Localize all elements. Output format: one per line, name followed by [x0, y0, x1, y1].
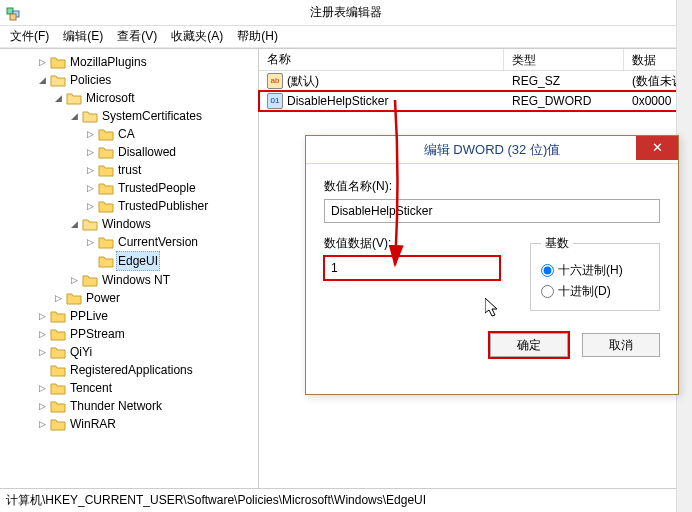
folder-icon: [98, 199, 114, 213]
tree-item-trustedpeople[interactable]: ▷TrustedPeople: [84, 179, 258, 197]
expander-icon[interactable]: ◢: [52, 89, 64, 107]
expander-icon[interactable]: ◢: [68, 107, 80, 125]
string-value-icon: ab: [267, 73, 283, 89]
menu-view[interactable]: 查看(V): [117, 28, 157, 45]
col-header-name[interactable]: 名称: [259, 49, 504, 70]
folder-icon: [50, 327, 66, 341]
folder-icon: [98, 181, 114, 195]
expander-icon[interactable]: ▷: [52, 289, 64, 307]
tree-item-power[interactable]: ▷Power: [52, 289, 258, 307]
tree-item-ca[interactable]: ▷CA: [84, 125, 258, 143]
radio-hex[interactable]: [541, 264, 554, 277]
menu-bar: 文件(F) 编辑(E) 查看(V) 收藏夹(A) 帮助(H): [0, 26, 692, 48]
menu-favorites[interactable]: 收藏夹(A): [171, 28, 223, 45]
value-name-input[interactable]: [324, 199, 660, 223]
expander-icon[interactable]: ▷: [36, 343, 48, 361]
tree-item-policies[interactable]: ◢Policies: [36, 71, 258, 89]
folder-icon: [66, 291, 82, 305]
window-title: 注册表编辑器: [310, 4, 382, 21]
folder-icon: [50, 309, 66, 323]
app-icon: [6, 5, 22, 21]
tree-item-trustedpublisher[interactable]: ▷TrustedPublisher: [84, 197, 258, 215]
expander-icon[interactable]: ◢: [36, 71, 48, 89]
expander-icon[interactable]: ▷: [84, 143, 96, 161]
close-icon[interactable]: ✕: [636, 136, 678, 160]
expander-icon[interactable]: ▷: [84, 161, 96, 179]
tree-item-windows[interactable]: ◢Windows: [68, 215, 258, 233]
folder-icon: [98, 254, 114, 268]
tree-item-ppstream[interactable]: ▷PPStream: [36, 325, 258, 343]
tree-item-currentversion[interactable]: ▷CurrentVersion: [84, 233, 258, 251]
value-name-label: 数值名称(N):: [324, 178, 660, 195]
folder-icon: [50, 381, 66, 395]
tree-item-microsoft[interactable]: ◢Microsoft: [52, 89, 258, 107]
svg-rect-2: [10, 14, 16, 20]
tree-item-trust[interactable]: ▷trust: [84, 161, 258, 179]
folder-icon: [98, 127, 114, 141]
tree-label: trust: [116, 161, 143, 179]
value-data-input[interactable]: [324, 256, 500, 280]
status-path: 计算机\HKEY_CURRENT_USER\Software\Policies\…: [6, 493, 426, 507]
tree-item-edgeui[interactable]: EdgeUI: [84, 251, 258, 271]
dialog-title-bar[interactable]: 编辑 DWORD (32 位)值 ✕: [306, 136, 678, 164]
menu-help[interactable]: 帮助(H): [237, 28, 278, 45]
menu-edit[interactable]: 编辑(E): [63, 28, 103, 45]
expander-icon[interactable]: ▷: [84, 125, 96, 143]
tree-label: Thunder Network: [68, 397, 164, 415]
dialog-title: 编辑 DWORD (32 位)值: [424, 141, 561, 159]
cancel-button[interactable]: 取消: [582, 333, 660, 357]
folder-icon: [98, 163, 114, 177]
list-row[interactable]: ab(默认)REG_SZ(数值未设: [259, 71, 692, 91]
value-type: REG_DWORD: [504, 94, 624, 108]
tree-label: EdgeUI: [116, 251, 160, 271]
tree-item-qiyi[interactable]: ▷QiYi: [36, 343, 258, 361]
folder-icon: [50, 55, 66, 69]
folder-icon: [50, 345, 66, 359]
expander-icon[interactable]: ▷: [68, 271, 80, 289]
expander-icon[interactable]: ▷: [36, 307, 48, 325]
folder-icon: [50, 417, 66, 431]
tree-item-tencent[interactable]: ▷Tencent: [36, 379, 258, 397]
ok-button[interactable]: 确定: [490, 333, 568, 357]
value-name: DisableHelpSticker: [287, 94, 388, 108]
tree-item-windows-nt[interactable]: ▷Windows NT: [68, 271, 258, 289]
tree-item-winrar[interactable]: ▷WinRAR: [36, 415, 258, 433]
tree-label: CA: [116, 125, 137, 143]
expander-icon[interactable]: ▷: [36, 53, 48, 71]
tree-label: Tencent: [68, 379, 114, 397]
tree-item-disallowed[interactable]: ▷Disallowed: [84, 143, 258, 161]
expander-icon[interactable]: ▷: [84, 197, 96, 215]
tree-label: Windows NT: [100, 271, 172, 289]
tree-label: Policies: [68, 71, 113, 89]
folder-icon: [82, 217, 98, 231]
title-bar: 注册表编辑器 −: [0, 0, 692, 26]
tree-item-systemcertificates[interactable]: ◢SystemCertificates: [68, 107, 258, 125]
value-name: (默认): [287, 73, 319, 90]
radio-hex-label: 十六进制(H): [558, 262, 623, 279]
tree-label: Disallowed: [116, 143, 178, 161]
expander-icon[interactable]: ▷: [84, 233, 96, 251]
tree-item-registeredapplications[interactable]: RegisteredApplications: [36, 361, 258, 379]
expander-icon[interactable]: ◢: [68, 215, 80, 233]
expander-icon[interactable]: ▷: [36, 325, 48, 343]
folder-icon: [50, 73, 66, 87]
folder-icon: [82, 109, 98, 123]
col-header-type[interactable]: 类型: [504, 49, 624, 70]
radio-dec[interactable]: [541, 285, 554, 298]
tree-label: Microsoft: [84, 89, 137, 107]
tree-item-pplive[interactable]: ▷PPLive: [36, 307, 258, 325]
tree-item-thunder-network[interactable]: ▷Thunder Network: [36, 397, 258, 415]
tree-panel[interactable]: ▷MozillaPlugins◢Policies◢Microsoft◢Syste…: [0, 49, 259, 488]
folder-icon: [66, 91, 82, 105]
tree-label: PPLive: [68, 307, 110, 325]
menu-file[interactable]: 文件(F): [10, 28, 49, 45]
expander-icon[interactable]: ▷: [36, 379, 48, 397]
expander-icon[interactable]: ▷: [36, 397, 48, 415]
tree-item-mozillaplugins[interactable]: ▷MozillaPlugins: [36, 53, 258, 71]
tree-label: Windows: [100, 215, 153, 233]
expander-icon[interactable]: ▷: [36, 415, 48, 433]
folder-icon: [82, 273, 98, 287]
list-row[interactable]: 01DisableHelpStickerREG_DWORD0x0000: [259, 91, 692, 111]
tree-label: TrustedPeople: [116, 179, 198, 197]
expander-icon[interactable]: ▷: [84, 179, 96, 197]
